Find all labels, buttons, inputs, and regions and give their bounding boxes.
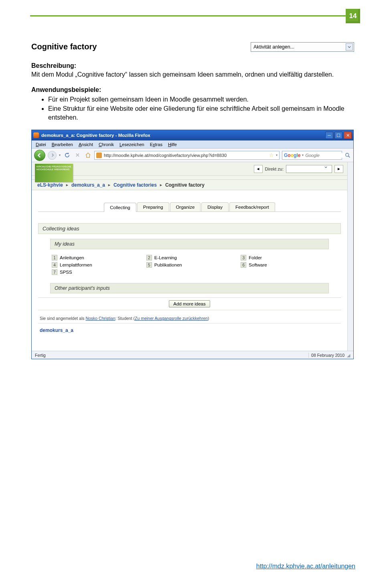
idea-text: SPSS <box>60 270 72 275</box>
other-inputs-header: Other participant's inputs <box>50 283 329 293</box>
idea-text: Anleitungen <box>60 255 84 260</box>
examples-list: Für ein Projekt sollen gemeinsam Ideen i… <box>48 95 354 122</box>
return-role-link[interactable]: Zu meiner Ausgangsrolle zurückkehren <box>135 316 208 321</box>
firefox-window: demokurs_a_a: Cognitive factory - Mozill… <box>31 130 354 359</box>
chevron-down-icon <box>324 166 331 172</box>
jump-to-select[interactable] <box>286 165 332 173</box>
stop-button[interactable]: ✕ <box>73 151 81 159</box>
list-item: Für ein Projekt sollen gemeinsam Ideen i… <box>48 95 354 104</box>
close-button[interactable]: ✕ <box>344 132 352 139</box>
section-collecting-ideas: Collecting ideas <box>38 223 341 234</box>
activity-select-value: Aktivität anlegen... <box>253 44 294 50</box>
course-link[interactable]: demokurs_a_a <box>40 328 73 333</box>
examples-label: Anwendungsbeispiele: <box>31 86 354 94</box>
resize-grip-icon[interactable]: ◢ <box>347 353 350 358</box>
list-item: Eine Struktur für eine Website oder eine… <box>48 104 354 122</box>
idea-item: 1Anleitungen <box>52 255 138 260</box>
moodle-topbar: ◄ Direkt zu: ► <box>32 162 347 176</box>
menu-item[interactable]: Ansicht <box>79 142 93 147</box>
back-button[interactable] <box>34 150 45 161</box>
history-dropdown-icon[interactable]: ▾ <box>59 153 61 157</box>
prev-activity-button[interactable]: ◄ <box>254 165 263 173</box>
idea-text: Lernplattformen <box>60 262 92 267</box>
idea-text: Publikationen <box>154 262 182 267</box>
tab-collecting[interactable]: Collecting <box>104 203 136 212</box>
window-title: demokurs_a_a: Cognitive factory - Mozill… <box>41 133 150 138</box>
svg-point-0 <box>346 153 349 157</box>
idea-number: 4 <box>52 262 57 268</box>
tab-organize[interactable]: Organize <box>170 202 201 212</box>
search-icon[interactable] <box>344 152 351 159</box>
firefox-statusbar: Fertig 08 February 2010 ◢ <box>32 351 353 359</box>
url-bar[interactable]: http://moodle.kphvie.at/mod/cognitivefac… <box>94 151 280 160</box>
page-number-badge: 14 <box>346 9 360 23</box>
tabs: Collecting Preparing Organize Display Fe… <box>38 202 341 212</box>
site-logo-banner: KIRCHLICHE PÄDAGOGISCHE HOCHSCHULE WIEN/… <box>35 164 73 182</box>
firefox-titlebar: demokurs_a_a: Cognitive factory - Mozill… <box>32 130 353 140</box>
menu-item[interactable]: Chronik <box>99 142 114 147</box>
idea-number: 7 <box>52 269 57 275</box>
moodle-page: KIRCHLICHE PÄDAGOGISCHE HOCHSCHULE WIEN/… <box>32 162 347 351</box>
forward-button[interactable] <box>48 151 57 160</box>
search-input[interactable] <box>305 153 345 158</box>
login-info: Sie sind angemeldet als Nosko Christian:… <box>38 313 341 324</box>
breadcrumb-current: Cognitive factory <box>165 182 205 188</box>
next-activity-button[interactable]: ► <box>334 165 343 173</box>
idea-text: Folder <box>249 255 262 260</box>
status-date: 08 February 2010 <box>311 353 344 358</box>
vertical-scrollbar[interactable] <box>347 162 353 351</box>
status-text: Fertig <box>35 353 46 358</box>
description-label: Beschreibung: <box>31 62 354 69</box>
menu-item[interactable]: Datei <box>36 142 46 147</box>
search-box[interactable]: Google ▾ <box>282 151 342 160</box>
tab-feedback[interactable]: Feedback/report <box>229 202 275 212</box>
minimize-button[interactable]: ─ <box>325 132 333 139</box>
idea-item: 3Folder <box>241 255 327 260</box>
search-engine-dropdown-icon[interactable]: ▾ <box>302 153 304 157</box>
page-top-rule <box>30 15 347 16</box>
menu-item[interactable]: Lesezeichen <box>120 142 144 147</box>
user-link[interactable]: Nosko Christian <box>85 316 115 321</box>
my-ideas-header: My ideas <box>50 239 329 249</box>
svg-line-1 <box>349 156 350 158</box>
firefox-toolbar: ▾ ✕ http://moodle.kphvie.at/mod/cognitiv… <box>32 149 353 162</box>
idea-item: 7SPSS <box>52 269 138 275</box>
footer-link[interactable]: http://mdz.kphvie.ac.at/anleitungen <box>256 563 355 570</box>
google-icon: Google <box>284 153 300 158</box>
idea-item: 4Lernplattformen <box>52 262 138 268</box>
firefox-icon <box>33 132 39 138</box>
jump-to-label: Direkt zu: <box>265 167 284 171</box>
url-text: http://moodle.kphvie.at/mod/cognitivefac… <box>104 153 267 158</box>
document-content: Cognitive factory Aktivität anlegen... B… <box>31 42 354 359</box>
menu-item[interactable]: Bearbeiten <box>52 142 73 147</box>
activity-select[interactable]: Aktivität anlegen... <box>251 42 354 52</box>
breadcrumb-link[interactable]: eLS-kphvie <box>37 182 63 188</box>
breadcrumb-separator-icon: ► <box>107 183 111 187</box>
breadcrumb-link[interactable]: demokurs_a_a <box>71 182 105 188</box>
idea-number: 1 <box>52 255 57 260</box>
tab-display[interactable]: Display <box>201 202 229 212</box>
reload-button[interactable] <box>63 151 71 159</box>
add-more-ideas-button[interactable]: Add more ideas <box>169 300 210 307</box>
breadcrumb-separator-icon: ► <box>159 183 163 187</box>
idea-number: 3 <box>241 255 246 260</box>
breadcrumb: eLS-kphvie ► demokurs_a_a ► Cognitive fa… <box>32 180 347 190</box>
idea-item: 5Publikationen <box>146 262 233 268</box>
menu-item[interactable]: Hilfe <box>168 142 177 147</box>
chevron-down-icon[interactable] <box>346 43 353 51</box>
bookmark-star-icon[interactable]: ☆ <box>269 152 274 158</box>
idea-item: 6Software <box>241 262 327 268</box>
description-text: Mit dem Modul „Cognitive factory“ lassen… <box>31 70 354 79</box>
home-button[interactable] <box>84 151 92 159</box>
tab-preparing[interactable]: Preparing <box>137 202 169 212</box>
url-dropdown-icon[interactable]: ▾ <box>276 153 278 157</box>
idea-item: 2E-Learning <box>146 255 233 260</box>
idea-text: E-Learning <box>154 255 177 260</box>
firefox-menubar: Datei Bearbeiten Ansicht Chronik Lesezei… <box>32 140 353 149</box>
maximize-button[interactable]: ☐ <box>334 132 342 139</box>
page-title: Cognitive factory <box>31 42 97 51</box>
breadcrumb-link[interactable]: Cognitive factories <box>113 182 157 188</box>
ideas-grid: 1Anleitungen2E-Learning3Folder4Lernplatt… <box>50 253 329 279</box>
menu-item[interactable]: Extras <box>150 142 162 147</box>
idea-number: 5 <box>146 262 152 268</box>
